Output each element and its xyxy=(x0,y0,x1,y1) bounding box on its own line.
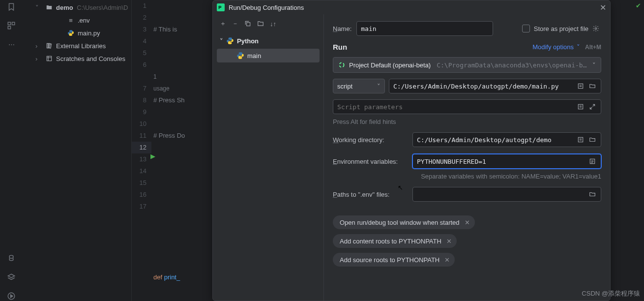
checkbox-icon[interactable] xyxy=(522,25,530,32)
left-tool-rail: ⋯ xyxy=(0,0,23,301)
store-as-project-checkbox[interactable]: Store as project file xyxy=(522,25,601,32)
tree-label: .env xyxy=(78,17,90,24)
name-field[interactable] xyxy=(356,21,493,36)
svg-point-9 xyxy=(339,62,344,67)
browse-folder-icon[interactable] xyxy=(589,136,598,143)
alt-hint: Press Alt for field hints xyxy=(333,118,601,125)
library-icon xyxy=(45,42,53,50)
env-vars-hint: Separate variables with semicolon: NAME=… xyxy=(412,173,601,180)
tree-node-env[interactable]: ≡ .env xyxy=(23,14,131,27)
env-vars-field[interactable] xyxy=(417,158,586,165)
layers-icon[interactable] xyxy=(6,272,16,282)
browse-folder-icon[interactable] xyxy=(589,83,598,90)
chevron-right-icon[interactable]: › xyxy=(35,55,42,62)
script-params-field[interactable] xyxy=(337,103,574,111)
chip-open-tool-window[interactable]: Open run/debug tool window when started✕ xyxy=(333,215,475,229)
python-console-icon[interactable] xyxy=(6,254,16,264)
svg-rect-4 xyxy=(47,56,51,60)
tree-node-demo[interactable]: ˅ demo C:\Users\Admin\D xyxy=(23,1,131,14)
remove-config-button[interactable]: － xyxy=(232,19,238,28)
tree-node-extlib[interactable]: › External Libraries xyxy=(23,39,131,52)
chevron-down-icon: ˅ xyxy=(377,83,381,90)
config-toolbar: ＋ － ↓↑ xyxy=(217,17,320,30)
folder-icon xyxy=(45,3,53,11)
run-debug-dialog: P Run/Debug Configurations ✕ ＋ － ↓↑ ˅ Py… xyxy=(212,0,611,301)
code[interactable]: # This is # Press Sh # Press Do def prin… xyxy=(153,0,213,301)
tree-label: External Libraries xyxy=(56,42,106,50)
dotenv-label: Paths to ".env" files: xyxy=(333,191,408,198)
browse-folder-icon[interactable] xyxy=(589,191,598,198)
chevron-down-icon[interactable]: ˅ xyxy=(35,4,42,11)
app-icon: P xyxy=(217,3,225,11)
script-type-combo[interactable]: script ˅ xyxy=(333,79,385,93)
watermark: CSDN @添柴程序猿 xyxy=(582,289,640,298)
dialog-titlebar[interactable]: P Run/Debug Configurations ✕ xyxy=(213,0,610,14)
chip-content-roots[interactable]: Add content roots to PYTHONPATH✕ xyxy=(333,234,457,248)
inline-icon[interactable] xyxy=(577,136,586,143)
editor[interactable]: 1 2 3 4 5 6 1 usage 7 8 9 10 11 12 13 14… xyxy=(131,0,212,301)
remove-chip-icon[interactable]: ✕ xyxy=(446,238,452,245)
close-icon[interactable]: ✕ xyxy=(600,3,606,12)
working-dir-field[interactable] xyxy=(417,136,574,144)
inline-icon[interactable] xyxy=(577,83,586,90)
structure-icon[interactable] xyxy=(6,21,16,30)
chevron-right-icon[interactable]: › xyxy=(35,42,42,50)
scratch-icon xyxy=(45,55,53,62)
sort-button[interactable]: ↓↑ xyxy=(270,20,276,28)
remove-chip-icon[interactable]: ✕ xyxy=(465,219,470,226)
chevron-down-icon: ˅ xyxy=(577,43,580,51)
script-path-field-wrap xyxy=(389,79,601,93)
mouse-cursor: ↖ xyxy=(398,184,403,191)
tree-node-scratch[interactable]: › Scratches and Consoles xyxy=(23,52,131,65)
chevron-down-icon[interactable]: ˅ xyxy=(592,61,596,69)
services-icon[interactable] xyxy=(6,291,16,301)
expand-icon[interactable] xyxy=(589,103,598,110)
tree-label: Scratches and Consoles xyxy=(56,55,125,62)
python-file-icon xyxy=(67,29,75,37)
env-vars-label: Environment variables: xyxy=(333,158,408,165)
add-config-button[interactable]: ＋ xyxy=(220,19,226,28)
interpreter-icon xyxy=(338,61,345,68)
copy-config-button[interactable] xyxy=(244,20,251,27)
gear-icon[interactable] xyxy=(592,25,601,32)
svg-point-8 xyxy=(595,28,597,30)
svg-rect-7 xyxy=(247,23,250,26)
python-icon xyxy=(226,37,234,45)
chevron-down-icon[interactable]: ˅ xyxy=(220,37,223,45)
tree-label: demo C:\Users\Admin\D xyxy=(56,4,128,11)
svg-rect-0 xyxy=(8,22,10,25)
tree-label: main.py xyxy=(78,30,100,37)
tree-node-mainpy[interactable]: main.py xyxy=(23,27,131,39)
list-icon[interactable] xyxy=(589,158,598,165)
dialog-title: Run/Debug Configurations xyxy=(229,4,304,11)
config-form: Name: Store as project file Run Modify o… xyxy=(324,14,610,301)
interpreter-combo[interactable]: Project Default (openai-beta) C:\Program… xyxy=(333,57,601,73)
config-group-python[interactable]: ˅ Python xyxy=(217,34,320,48)
bookmark-icon[interactable] xyxy=(6,2,16,12)
env-file-icon: ≡ xyxy=(67,16,75,24)
config-item-main[interactable]: main xyxy=(217,49,320,62)
inline-icon[interactable] xyxy=(577,103,586,110)
dotenv-field[interactable] xyxy=(417,191,586,198)
svg-rect-2 xyxy=(8,27,10,29)
run-section-header: Run Modify options ˅ Alt+M xyxy=(333,43,601,51)
remove-chip-icon[interactable]: ✕ xyxy=(444,256,450,264)
name-label: Name: xyxy=(333,25,351,32)
inspection-ok-icon[interactable]: ✔ xyxy=(636,2,641,9)
script-path-field[interactable] xyxy=(393,83,574,90)
save-template-button[interactable] xyxy=(257,20,264,27)
option-chips: Open run/debug tool window when started✕… xyxy=(333,215,601,267)
svg-rect-1 xyxy=(12,22,15,25)
python-icon xyxy=(236,52,244,60)
project-tree[interactable]: ˅ demo C:\Users\Admin\D ≡ .env main.py ›… xyxy=(23,0,131,301)
working-dir-label: Working directory: xyxy=(333,136,408,144)
config-tree-panel: ＋ － ↓↑ ˅ Python main xyxy=(213,14,324,301)
run-gutter-icon[interactable]: ▶ xyxy=(150,152,155,160)
more-icon[interactable]: ⋯ xyxy=(6,39,16,49)
modify-options-link[interactable]: Modify options ˅ xyxy=(532,43,580,51)
gutter: 1 2 3 4 5 6 1 usage 7 8 9 10 11 12 13 14… xyxy=(132,0,151,212)
chip-source-roots[interactable]: Add source roots to PYTHONPATH✕ xyxy=(333,253,455,267)
svg-text:P: P xyxy=(218,5,221,10)
script-params-wrap xyxy=(333,99,601,114)
